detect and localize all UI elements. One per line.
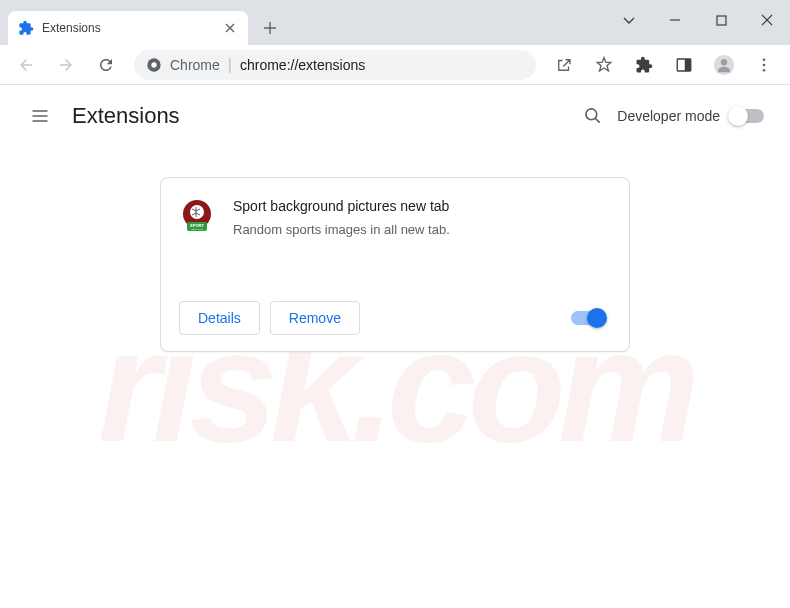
- extension-enable-toggle[interactable]: [571, 311, 605, 325]
- svg-rect-0: [717, 16, 726, 25]
- window-controls: [606, 0, 790, 40]
- extension-description: Random sports images in all new tab.: [233, 222, 611, 237]
- developer-mode-toggle[interactable]: [730, 109, 764, 123]
- remove-button[interactable]: Remove: [270, 301, 360, 335]
- close-window-button[interactable]: [744, 0, 790, 40]
- svg-point-6: [721, 59, 727, 65]
- bookmark-star-icon[interactable]: [586, 47, 622, 83]
- extension-app-icon: SPORT NEW TAB: [179, 198, 215, 234]
- kebab-menu-icon[interactable]: [746, 47, 782, 83]
- developer-mode-label: Developer mode: [617, 108, 720, 124]
- svg-point-9: [763, 68, 766, 71]
- search-icon[interactable]: [573, 96, 613, 136]
- new-tab-button[interactable]: [256, 14, 284, 42]
- extension-puzzle-icon: [18, 20, 34, 36]
- svg-point-7: [763, 58, 766, 61]
- tab-search-icon[interactable]: [606, 0, 652, 40]
- window-titlebar: Extensions: [0, 0, 790, 45]
- extension-card: SPORT NEW TAB Sport background pictures …: [160, 177, 630, 352]
- sidepanel-icon[interactable]: [666, 47, 702, 83]
- svg-point-2: [151, 62, 156, 67]
- address-url: chrome://extensions: [240, 57, 365, 73]
- hamburger-menu-icon[interactable]: [20, 96, 60, 136]
- svg-point-12: [190, 205, 204, 219]
- address-separator: |: [228, 56, 232, 74]
- profile-avatar-icon[interactable]: [706, 47, 742, 83]
- svg-point-10: [586, 109, 597, 120]
- maximize-button[interactable]: [698, 0, 744, 40]
- tab-title: Extensions: [42, 21, 222, 35]
- browser-toolbar: Chrome | chrome://extensions: [0, 45, 790, 85]
- extension-name: Sport background pictures new tab: [233, 198, 611, 214]
- svg-point-8: [763, 63, 766, 66]
- reload-button[interactable]: [88, 47, 124, 83]
- share-icon[interactable]: [546, 47, 582, 83]
- address-prefix: Chrome: [170, 57, 220, 73]
- tab-close-icon[interactable]: [222, 20, 238, 36]
- extensions-puzzle-icon[interactable]: [626, 47, 662, 83]
- chrome-logo-icon: [146, 57, 162, 73]
- svg-text:NEW TAB: NEW TAB: [191, 228, 202, 231]
- page-header: Extensions Developer mode: [0, 85, 790, 147]
- address-bar[interactable]: Chrome | chrome://extensions: [134, 50, 536, 80]
- browser-tab[interactable]: Extensions: [8, 11, 248, 45]
- minimize-button[interactable]: [652, 0, 698, 40]
- page-title: Extensions: [72, 103, 573, 129]
- svg-rect-4: [685, 59, 691, 71]
- extensions-content: SPORT NEW TAB Sport background pictures …: [0, 147, 790, 382]
- details-button[interactable]: Details: [179, 301, 260, 335]
- back-button[interactable]: [8, 47, 44, 83]
- forward-button[interactable]: [48, 47, 84, 83]
